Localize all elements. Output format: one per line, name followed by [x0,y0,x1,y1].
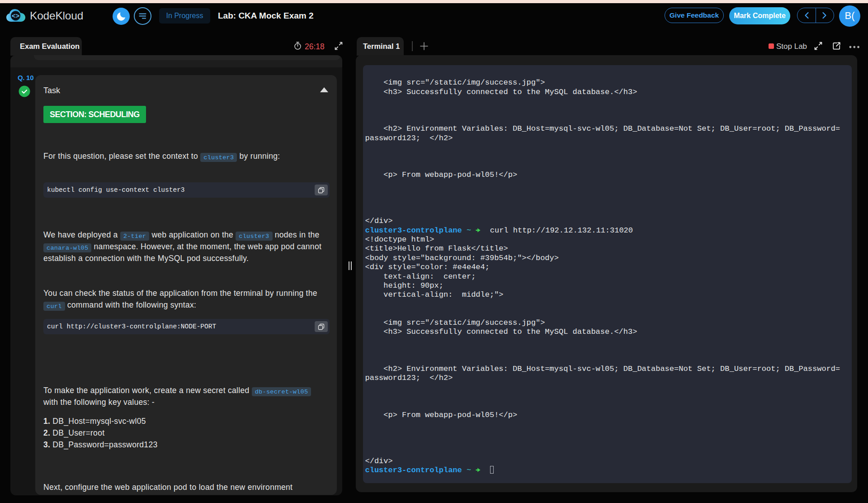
svg-text:<>: <> [12,13,19,20]
